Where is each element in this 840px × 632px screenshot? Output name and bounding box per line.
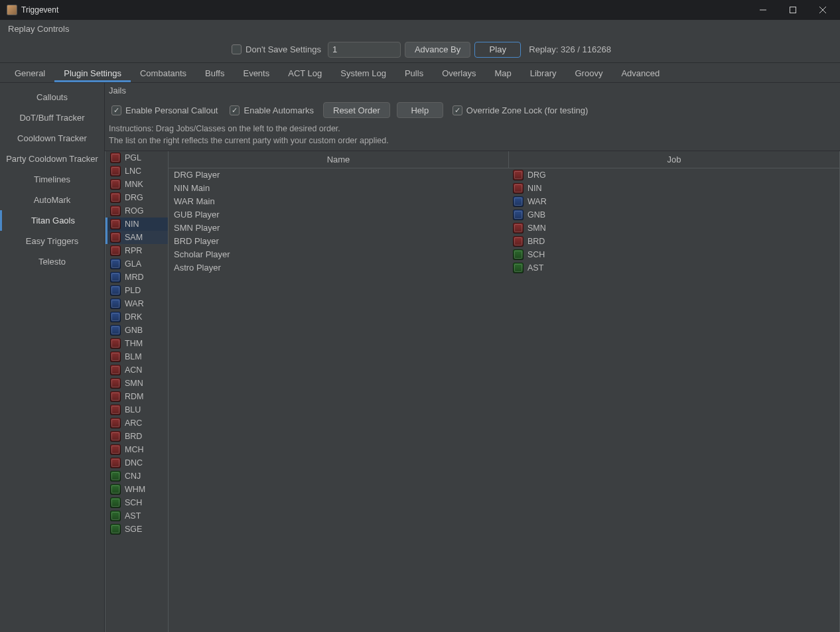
job-row-sam[interactable]: SAM <box>105 231 168 244</box>
job-icon-nin <box>110 219 121 229</box>
tab-groovy[interactable]: Groovy <box>565 64 612 82</box>
party-job-cell: AST <box>509 261 839 275</box>
help-button[interactable]: Help <box>397 102 443 118</box>
party-row[interactable]: DRG PlayerDRG <box>169 168 839 182</box>
job-icon-sam <box>110 232 121 243</box>
job-row-nin[interactable]: NIN <box>105 218 168 231</box>
job-code-label: BRD <box>527 237 545 246</box>
window-titlebar: Triggevent <box>0 0 840 20</box>
job-row-pgl[interactable]: PGL <box>105 151 168 164</box>
job-icon-drg <box>513 170 524 180</box>
sidebar-item-callouts[interactable]: Callouts <box>0 87 104 107</box>
party-name-cell: WAR Main <box>169 195 509 208</box>
tab-pulls[interactable]: Pulls <box>395 64 433 82</box>
job-row-rpr[interactable]: RPR <box>105 244 168 257</box>
job-row-gnb[interactable]: GNB <box>105 324 168 337</box>
job-code-label: RDM <box>125 392 143 401</box>
advance-by-button[interactable]: Advance By <box>405 42 470 58</box>
tab-combatants[interactable]: Combatants <box>131 64 196 82</box>
job-icon-gla <box>110 259 121 269</box>
sidebar-item-timelines[interactable]: Timelines <box>0 169 104 190</box>
party-row[interactable]: Astro PlayerAST <box>169 261 839 275</box>
override-zone-lock-checkbox[interactable]: Override Zone Lock (for testing) <box>450 105 591 115</box>
job-row-sge[interactable]: SGE <box>105 523 168 536</box>
party-name-cell: NIN Main <box>169 182 509 195</box>
advance-amount-input[interactable] <box>328 42 401 58</box>
job-row-smn[interactable]: SMN <box>105 377 168 390</box>
job-icon-gnb <box>110 325 121 336</box>
reset-order-button[interactable]: Reset Order <box>323 102 390 118</box>
play-button[interactable]: Play <box>474 42 521 58</box>
window-minimize-button[interactable] <box>748 0 778 20</box>
replay-controls-label: Replay Controls <box>0 20 840 36</box>
tab-plugin-settings[interactable]: Plugin Settings <box>54 64 131 82</box>
tab-events[interactable]: Events <box>234 64 279 82</box>
column-header-name[interactable]: Name <box>169 151 509 168</box>
enable-automarks-checkbox[interactable]: Enable Automarks <box>227 105 316 115</box>
window-maximize-button[interactable] <box>778 0 807 20</box>
job-row-blu[interactable]: BLU <box>105 403 168 416</box>
job-icon-drk <box>110 312 121 322</box>
job-row-blm[interactable]: BLM <box>105 350 168 363</box>
job-row-drk[interactable]: DRK <box>105 310 168 324</box>
job-row-brd[interactable]: BRD <box>105 430 168 443</box>
job-row-mrd[interactable]: MRD <box>105 271 168 284</box>
tab-map[interactable]: Map <box>485 64 520 82</box>
job-row-arc[interactable]: ARC <box>105 416 168 430</box>
tab-advanced[interactable]: Advanced <box>612 64 669 82</box>
party-row[interactable]: SMN PlayerSMN <box>169 221 839 235</box>
sidebar-item-cooldown-tracker[interactable]: Cooldown Tracker <box>0 128 104 149</box>
job-row-rog[interactable]: ROG <box>105 204 168 218</box>
job-code-label: ACN <box>125 365 142 375</box>
job-row-dnc[interactable]: DNC <box>105 456 168 470</box>
party-name-cell: BRD Player <box>169 235 509 248</box>
job-row-lnc[interactable]: LNC <box>105 164 168 178</box>
job-row-ast[interactable]: AST <box>105 509 168 523</box>
tab-overlays[interactable]: Overlays <box>433 64 485 82</box>
job-code-label: SMN <box>527 223 546 233</box>
jails-controls-row: Enable Personal Callout Enable Automarks… <box>105 97 840 123</box>
job-row-cnj[interactable]: CNJ <box>105 470 168 483</box>
party-row[interactable]: NIN MainNIN <box>169 182 839 195</box>
job-row-gla[interactable]: GLA <box>105 257 168 271</box>
tab-buffs[interactable]: Buffs <box>196 64 234 82</box>
sidebar-item-easy-triggers[interactable]: Easy Triggers <box>0 231 104 251</box>
tab-library[interactable]: Library <box>521 64 566 82</box>
enable-personal-callout-checkbox[interactable]: Enable Personal Callout <box>109 105 220 115</box>
sidebar-item-telesto[interactable]: Telesto <box>0 251 104 272</box>
job-icon-lnc <box>110 166 121 176</box>
enable-personal-callout-label: Enable Personal Callout <box>125 105 218 115</box>
job-row-war[interactable]: WAR <box>105 297 168 310</box>
job-row-thm[interactable]: THM <box>105 337 168 350</box>
party-row[interactable]: GUB PlayerGNB <box>169 208 839 221</box>
job-code-label: DRK <box>125 312 142 322</box>
party-row[interactable]: Scholar PlayerSCH <box>169 248 839 261</box>
job-row-sch[interactable]: SCH <box>105 496 168 509</box>
job-row-pld[interactable]: PLD <box>105 284 168 297</box>
section-title: Jails <box>105 83 840 97</box>
sidebar-item-titan-gaols[interactable]: Titan Gaols <box>0 210 104 231</box>
job-row-mnk[interactable]: MNK <box>105 178 168 191</box>
job-row-acn[interactable]: ACN <box>105 363 168 377</box>
job-code-label: SMN <box>125 379 143 388</box>
job-order-list[interactable]: PGLLNCMNKDRGROGNINSAMRPRGLAMRDPLDWARDRKG… <box>105 151 169 632</box>
tab-system-log[interactable]: System Log <box>331 64 395 82</box>
sidebar-item-dot-buff-tracker[interactable]: DoT/Buff Tracker <box>0 107 104 128</box>
job-code-label: DRG <box>527 170 546 180</box>
job-row-mch[interactable]: MCH <box>105 443 168 456</box>
job-row-rdm[interactable]: RDM <box>105 390 168 403</box>
sidebar-item-party-cooldown-tracker[interactable]: Party Cooldown Tracker <box>0 149 104 169</box>
party-row[interactable]: WAR MainWAR <box>169 195 839 208</box>
job-row-drg[interactable]: DRG <box>105 191 168 204</box>
window-close-button[interactable] <box>807 0 837 20</box>
column-header-job[interactable]: Job <box>509 151 839 168</box>
job-code-label: BLM <box>125 352 142 361</box>
sidebar-item-automark[interactable]: AutoMark <box>0 190 104 210</box>
job-row-whm[interactable]: WHM <box>105 483 168 496</box>
job-icon-ast <box>513 263 524 273</box>
tab-general[interactable]: General <box>5 64 54 82</box>
tab-act-log[interactable]: ACT Log <box>279 64 331 82</box>
party-row[interactable]: BRD PlayerBRD <box>169 235 839 248</box>
app-icon <box>7 5 17 15</box>
dont-save-settings-checkbox[interactable]: Don't Save Settings <box>229 44 324 54</box>
